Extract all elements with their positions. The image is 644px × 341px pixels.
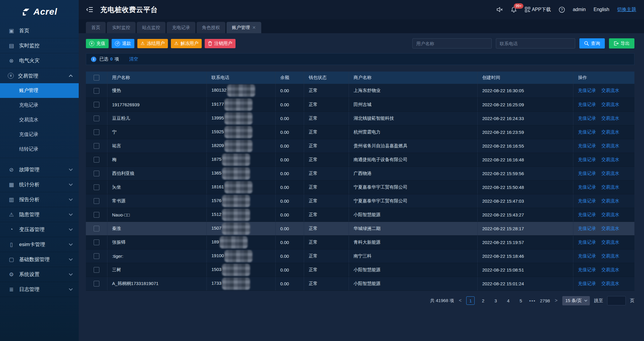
transaction-flow-link[interactable]: 交易流水 [602, 116, 619, 121]
transaction-flow-link[interactable]: 交易流水 [602, 157, 619, 162]
recharge-records-link[interactable]: 充值记录 [578, 253, 596, 258]
page-size-select[interactable]: 15 条/页 [562, 296, 590, 305]
sidebar-item-account-mgmt[interactable]: 账户管理 [0, 83, 79, 98]
page-button-4[interactable]: 4 [504, 296, 512, 305]
sidebar-item-transaction-flow[interactable]: 交易流水 [0, 113, 79, 127]
transaction-flow-link[interactable]: 交易流水 [602, 212, 619, 217]
sidebar-item-stats-analysis[interactable]: ▦ 统计分析 [0, 177, 79, 192]
tab-role-auth[interactable]: 角色授权 [197, 22, 225, 33]
row-checkbox[interactable] [94, 240, 99, 245]
sidebar-item-hazard-mgmt[interactable]: ⚠ 隐患管理 [0, 207, 79, 222]
export-button[interactable]: 导出 [609, 38, 634, 49]
transaction-flow-link[interactable]: 交易流水 [602, 129, 619, 134]
transaction-flow-link[interactable]: 交易流水 [602, 253, 619, 258]
prev-page-button[interactable]: < [458, 298, 462, 303]
sidebar-item-report-analysis[interactable]: ▥ 报告分析 [0, 192, 79, 207]
next-page-button[interactable]: > [554, 298, 558, 303]
recharge-records-link[interactable]: 充值记录 [578, 267, 596, 272]
recharge-records-link[interactable]: 充值记录 [578, 116, 596, 121]
transaction-flow-link[interactable]: 交易流水 [602, 88, 619, 93]
bell-icon[interactable]: 99+ [511, 7, 517, 13]
deactivate-user-button[interactable]: 注销用户 [205, 39, 236, 48]
sidebar-item-home[interactable]: ▣ 首页 [0, 23, 79, 38]
row-checkbox[interactable] [94, 102, 99, 107]
query-button[interactable]: 查询 [579, 38, 605, 49]
theme-switch-link[interactable]: 切换主题 [617, 7, 636, 13]
tab-close-icon[interactable]: ✕ [252, 25, 256, 30]
phone-search-input[interactable] [496, 38, 575, 49]
recharge-records-link[interactable]: 充值记录 [578, 129, 596, 134]
page-button-last[interactable]: 2798 [540, 296, 550, 305]
page-button-2[interactable]: 2 [479, 296, 487, 305]
select-all-checkbox[interactable] [94, 75, 99, 81]
page-button-3[interactable]: 3 [491, 296, 500, 305]
sidebar-item-transaction-mgmt[interactable]: ¥ 交易管理 [0, 68, 79, 83]
speaker-mute-icon[interactable] [496, 7, 503, 12]
transaction-flow-link[interactable]: 交易流水 [602, 184, 619, 190]
app-download-button[interactable]: APP下载 [525, 7, 551, 13]
refund-button[interactable]: ↺ 退款 [112, 39, 134, 48]
recharge-records-link[interactable]: 充值记录 [578, 88, 596, 93]
row-checkbox[interactable] [94, 267, 99, 273]
tab-realtime-monitor[interactable]: 实时监控 [107, 22, 136, 33]
jump-page-input[interactable] [607, 296, 626, 305]
transaction-flow-link[interactable]: 交易流水 [602, 102, 619, 107]
transaction-flow-link[interactable]: 交易流水 [602, 171, 619, 176]
row-checkbox[interactable] [94, 184, 99, 190]
sidebar-collapse-icon[interactable] [86, 6, 94, 13]
sidebar-item-transformer-mgmt[interactable]: ◔ 变压器管理 [0, 222, 79, 237]
tab-site-monitor[interactable]: 站点监控 [137, 22, 165, 33]
transaction-flow-link[interactable]: 交易流水 [602, 267, 619, 272]
row-checkbox[interactable] [94, 281, 99, 287]
language-switch[interactable]: English [594, 7, 609, 12]
sidebar-item-system-settings[interactable]: ⚙ 系统设置 [0, 267, 79, 282]
recharge-records-link[interactable]: 充值记录 [578, 143, 596, 148]
recharge-button[interactable]: ¥ 充值 [86, 39, 109, 48]
sidebar-item-realtime-monitor[interactable]: ▤ 实时监控 [0, 38, 79, 53]
tab-home[interactable]: 首页 [86, 22, 106, 33]
sidebar-item-esim-mgmt[interactable]: ▯ esim卡管理 [0, 237, 79, 252]
page-ellipsis[interactable]: ••• [529, 298, 536, 303]
recharge-records-link[interactable]: 充值记录 [578, 226, 596, 231]
recharge-records-link[interactable]: 充值记录 [578, 102, 596, 107]
recharge-records-link[interactable]: 充值记录 [578, 198, 596, 203]
row-checkbox[interactable] [94, 143, 99, 149]
tab-charge-records[interactable]: 充电记录 [167, 22, 195, 33]
sidebar-item-log-mgmt[interactable]: ≣ 日志管理 [0, 282, 79, 297]
freeze-user-button[interactable]: ⚠ 冻结用户 [137, 39, 168, 48]
row-checkbox[interactable] [94, 171, 99, 176]
row-checkbox[interactable] [94, 212, 99, 218]
clear-selection-link[interactable]: 清空 [129, 56, 138, 62]
transaction-flow-link[interactable]: 交易流水 [602, 198, 619, 203]
page-button-5[interactable]: 5 [517, 296, 525, 305]
recharge-records-link[interactable]: 充值记录 [578, 212, 596, 217]
page-button-1[interactable]: 1 [466, 296, 475, 305]
transaction-flow-link[interactable]: 交易流水 [602, 240, 619, 245]
sidebar-item-electric-fire[interactable]: ⊗ 电气火灾 [0, 53, 79, 68]
row-checkbox[interactable] [94, 226, 99, 231]
sidebar-item-fault-mgmt[interactable]: ⊘ 故障管理 [0, 162, 79, 177]
row-checkbox[interactable] [94, 129, 99, 135]
username-search-input[interactable] [412, 38, 492, 49]
username[interactable]: admin [573, 7, 586, 12]
recharge-records-link[interactable]: 充值记录 [578, 240, 596, 245]
tab-account-mgmt[interactable]: 账户管理✕ [227, 22, 261, 33]
row-checkbox[interactable] [94, 253, 99, 259]
recharge-records-link[interactable]: 充值记录 [578, 281, 596, 286]
unfreeze-user-button[interactable]: ⚠ 解冻用户 [171, 39, 201, 48]
sidebar-item-base-data-mgmt[interactable]: ▢ 基础数据管理 [0, 252, 79, 267]
sidebar-item-charge-records[interactable]: 充电记录 [0, 98, 79, 113]
recharge-records-link[interactable]: 充值记录 [578, 184, 596, 190]
row-checkbox[interactable] [94, 88, 99, 94]
sidebar-item-recharge-records[interactable]: 充值记录 [0, 127, 79, 142]
sidebar-item-carryover-records[interactable]: 结转记录 [0, 142, 79, 157]
transaction-flow-link[interactable]: 交易流水 [602, 143, 619, 148]
help-icon[interactable]: ? [559, 7, 565, 13]
recharge-records-link[interactable]: 充值记录 [578, 171, 596, 176]
transaction-flow-link[interactable]: 交易流水 [602, 281, 619, 286]
row-checkbox[interactable] [94, 198, 99, 204]
recharge-records-link[interactable]: 充值记录 [578, 157, 596, 162]
row-checkbox[interactable] [94, 116, 99, 121]
transaction-flow-link[interactable]: 交易流水 [602, 226, 619, 231]
row-checkbox[interactable] [94, 157, 99, 163]
